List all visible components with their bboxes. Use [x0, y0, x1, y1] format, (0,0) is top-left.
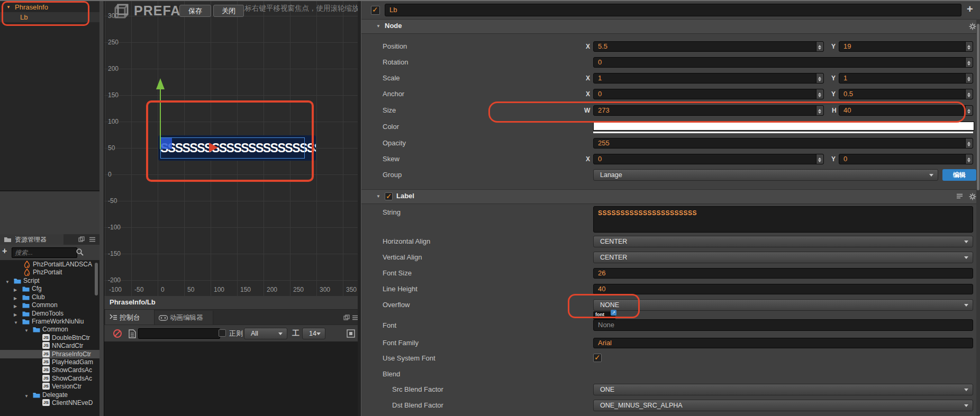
- search-input[interactable]: [12, 247, 77, 258]
- regex-checkbox[interactable]: [219, 329, 226, 337]
- stepper[interactable]: [965, 138, 973, 148]
- gear-icon[interactable]: [969, 23, 976, 30]
- add-asset-button[interactable]: +: [2, 246, 7, 256]
- node-name-input[interactable]: Lb: [385, 4, 961, 16]
- tree-item[interactable]: JS ShowCardsAc: [0, 374, 99, 383]
- tree-item[interactable]: ▼ FrameWorkNiuNiu: [0, 317, 99, 326]
- tree-item[interactable]: PhzPortait: [0, 268, 99, 276]
- tree-item[interactable]: JS PlayHeadGam: [0, 358, 99, 366]
- stepper[interactable]: [816, 89, 823, 99]
- font-size-input[interactable]: 26: [593, 268, 973, 279]
- line-height-input[interactable]: 40: [593, 284, 973, 294]
- use-system-font-checkbox[interactable]: [593, 354, 602, 362]
- font-size-dropdown[interactable]: 14: [302, 328, 325, 339]
- menu-icon[interactable]: [89, 237, 96, 242]
- tree-item[interactable]: PhzPortaitLANDSCA: [0, 260, 99, 269]
- tree-item[interactable]: JS NNCardCtr: [0, 341, 99, 350]
- tree-item[interactable]: ▶ DemoTools: [0, 309, 99, 318]
- scale-y-input[interactable]: 1: [839, 73, 973, 84]
- tree-scrollbar[interactable]: [95, 263, 98, 295]
- anchor-x-input[interactable]: 0: [593, 89, 824, 99]
- v-align-dropdown[interactable]: CENTER: [593, 252, 973, 263]
- inspector-scrollbar-thumb[interactable]: [977, 24, 979, 190]
- tab-assets[interactable]: 资源管理器: [0, 234, 63, 245]
- log-level-dropdown[interactable]: All: [244, 328, 287, 339]
- font-family-input[interactable]: Arial: [593, 338, 973, 348]
- collapse-arrow-icon[interactable]: ▼: [376, 194, 380, 199]
- ruler-y-label: 100: [108, 117, 119, 126]
- console-output[interactable]: [104, 341, 358, 416]
- skew-y-input[interactable]: 0: [839, 154, 973, 164]
- group-edit-button[interactable]: 编辑: [942, 169, 976, 181]
- tree-item[interactable]: JS ClientNNEveD: [0, 399, 99, 407]
- node-active-checkbox[interactable]: [371, 6, 380, 15]
- tree-item-label: ShowCardsAc: [52, 374, 92, 383]
- tree-item-selected[interactable]: JS PhraseInfoCtr: [0, 350, 99, 358]
- folder-icon: [22, 311, 30, 317]
- string-textarea[interactable]: SSSSSSSSSSSSSSSSSSSSSS: [593, 206, 973, 233]
- position-y-input[interactable]: 19: [839, 41, 973, 52]
- node-section-header[interactable]: ▼ Node: [361, 19, 980, 34]
- opacity-input[interactable]: 255: [593, 138, 973, 149]
- font-asset-field[interactable]: None: [593, 319, 973, 331]
- stepper[interactable]: [965, 42, 973, 51]
- opacity-value: 255: [598, 139, 610, 147]
- hierarchy-empty-area: [0, 190, 99, 235]
- save-button[interactable]: 保存: [179, 5, 211, 17]
- ruler-y-label: 0: [108, 170, 112, 179]
- scale-x-input[interactable]: 1: [593, 73, 824, 84]
- gear-icon[interactable]: [969, 193, 976, 200]
- dst-blend-dropdown[interactable]: ONE_MINUS_SRC_ALPHA: [593, 400, 973, 411]
- label-section-header[interactable]: ▼ Label: [361, 189, 980, 204]
- stepper[interactable]: [816, 154, 823, 164]
- log-file-icon[interactable]: [129, 329, 136, 338]
- color-swatch[interactable]: [593, 122, 974, 131]
- tree-item[interactable]: ▶ Cfg: [0, 284, 99, 293]
- stepper[interactable]: [965, 154, 973, 164]
- close-button[interactable]: 关闭: [213, 5, 244, 17]
- js-file-icon: JS: [42, 334, 50, 341]
- overflow-dropdown[interactable]: NONE: [593, 299, 973, 311]
- console-icon: [110, 314, 117, 320]
- docs-icon[interactable]: [956, 193, 963, 200]
- label-enabled-checkbox[interactable]: [385, 192, 393, 200]
- anchor-x-value: 0: [598, 90, 602, 98]
- gizmo-y-arrowhead-icon[interactable]: [156, 78, 165, 90]
- row-label-rotation: Rotation: [383, 57, 408, 68]
- tab-console[interactable]: 控制台: [105, 310, 155, 325]
- prefab-editor-window: ▼ PhraseInfo Lb 资源管理器 +: [0, 0, 980, 416]
- font-size-icon: 工: [292, 329, 300, 338]
- position-x-input[interactable]: 5.5: [593, 41, 824, 52]
- search-icon[interactable]: [76, 248, 84, 256]
- skew-x-input[interactable]: 0: [593, 154, 824, 164]
- tab-animation-editor[interactable]: 动画编辑器: [155, 311, 213, 325]
- stepper[interactable]: [965, 58, 973, 67]
- tree-item[interactable]: ▶ Common: [0, 301, 99, 309]
- tree-item[interactable]: ▶ Club: [0, 293, 99, 301]
- tree-item[interactable]: ▼ Common: [0, 325, 99, 334]
- group-dropdown[interactable]: Lanage: [593, 169, 938, 181]
- stepper[interactable]: [965, 89, 973, 99]
- stepper[interactable]: [816, 42, 823, 51]
- popout-icon[interactable]: [343, 315, 350, 321]
- scene-view[interactable]: 300 250 200 150 100 50 0 -50 -100 -150 -…: [104, 0, 358, 296]
- tree-item[interactable]: ▼ Delegate: [0, 391, 99, 399]
- h-align-dropdown[interactable]: CENTER: [593, 236, 973, 247]
- src-blend-dropdown[interactable]: ONE: [593, 384, 973, 395]
- collapse-log-icon[interactable]: [347, 329, 355, 338]
- tree-item[interactable]: ▼ Script: [0, 276, 99, 285]
- add-component-button[interactable]: +: [967, 3, 973, 15]
- popout-icon[interactable]: [78, 236, 85, 243]
- stepper[interactable]: [965, 73, 973, 83]
- rotation-input[interactable]: 0: [593, 57, 973, 68]
- anchor-y-input[interactable]: 0.5: [839, 89, 973, 99]
- stepper[interactable]: [965, 106, 973, 115]
- console-filter-input[interactable]: [138, 328, 220, 339]
- row-label-use-system-font: Use System Font: [383, 353, 435, 364]
- clear-console-icon[interactable]: [113, 329, 122, 338]
- stepper[interactable]: [816, 73, 823, 83]
- collapse-arrow-icon[interactable]: ▼: [376, 24, 380, 29]
- tree-item[interactable]: JS ShowCardsAc: [0, 366, 99, 374]
- tree-item[interactable]: JS DoubleBtnCtr: [0, 334, 99, 342]
- tree-item[interactable]: JS VersionCtr: [0, 382, 99, 391]
